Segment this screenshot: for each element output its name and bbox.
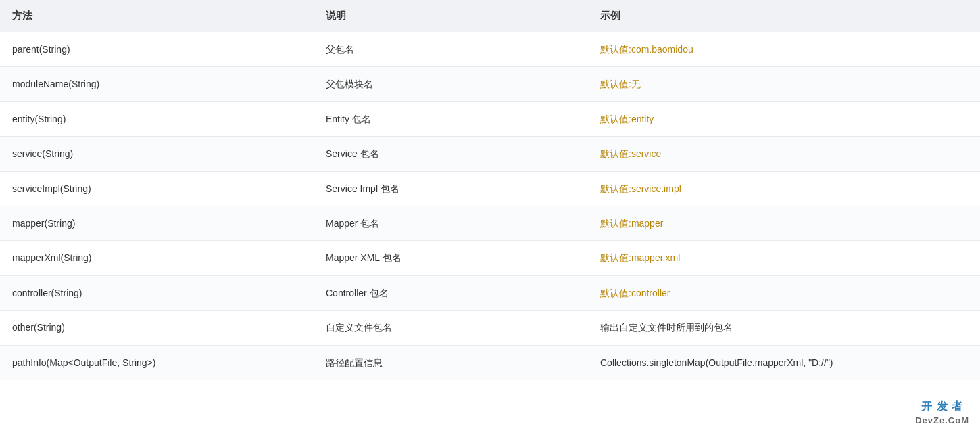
- cell-example: 默认值:service.impl: [588, 171, 980, 206]
- cell-example: 默认值:com.baomidou: [588, 32, 980, 67]
- cell-method: parent(String): [0, 32, 314, 67]
- cell-example: 默认值:entity: [588, 101, 980, 136]
- table-header-row: 方法 说明 示例: [0, 0, 980, 32]
- table-row: serviceImpl(String)Service Impl 包名默认值:se…: [0, 171, 980, 206]
- column-header-method: 方法: [0, 0, 314, 32]
- cell-example: 默认值:无: [588, 67, 980, 101]
- table-row: other(String)自定义文件包名输出自定义文件时所用到的包名: [0, 311, 980, 345]
- table-row: service(String)Service 包名默认值:service: [0, 137, 980, 171]
- cell-method: mapper(String): [0, 206, 314, 240]
- table-row: moduleName(String)父包模块名默认值:无: [0, 67, 980, 101]
- cell-desc: 父包模块名: [314, 67, 588, 101]
- watermark-line2: DevZe.CoM: [915, 415, 969, 427]
- cell-example: Collections.singletonMap(OutputFile.mapp…: [588, 345, 980, 380]
- watermark-line1: 开 发 者: [915, 399, 969, 414]
- cell-desc: Controller 包名: [314, 275, 588, 310]
- cell-example: 默认值:controller: [588, 275, 980, 310]
- cell-desc: Mapper XML 包名: [314, 241, 588, 275]
- cell-example: 默认值:mapper.xml: [588, 241, 980, 275]
- cell-method: other(String): [0, 311, 314, 345]
- cell-method: pathInfo(Map<OutputFile, String>): [0, 345, 314, 380]
- table-row: mapperXml(String)Mapper XML 包名默认值:mapper…: [0, 241, 980, 275]
- cell-method: controller(String): [0, 275, 314, 310]
- table-row: mapper(String)Mapper 包名默认值:mapper: [0, 206, 980, 240]
- table-container: 方法 说明 示例 parent(String)父包名默认值:com.baomid…: [0, 0, 980, 435]
- cell-example: 输出自定义文件时所用到的包名: [588, 311, 980, 345]
- cell-example: 默认值:mapper: [588, 206, 980, 240]
- cell-desc: Service 包名: [314, 137, 588, 171]
- cell-method: service(String): [0, 137, 314, 171]
- cell-method: entity(String): [0, 101, 314, 136]
- table-row: controller(String)Controller 包名默认值:contr…: [0, 275, 980, 310]
- data-table: 方法 说明 示例 parent(String)父包名默认值:com.baomid…: [0, 0, 980, 380]
- table-row: entity(String)Entity 包名默认值:entity: [0, 101, 980, 136]
- column-header-desc: 说明: [314, 0, 588, 32]
- cell-desc: Mapper 包名: [314, 206, 588, 240]
- cell-method: moduleName(String): [0, 67, 314, 101]
- cell-desc: 父包名: [314, 32, 588, 67]
- cell-desc: 路径配置信息: [314, 345, 588, 380]
- table-row: pathInfo(Map<OutputFile, String>)路径配置信息C…: [0, 345, 980, 380]
- cell-desc: Service Impl 包名: [314, 171, 588, 206]
- table-row: parent(String)父包名默认值:com.baomidou: [0, 32, 980, 67]
- cell-desc: Entity 包名: [314, 101, 588, 136]
- cell-method: mapperXml(String): [0, 241, 314, 275]
- cell-example: 默认值:service: [588, 137, 980, 171]
- cell-desc: 自定义文件包名: [314, 311, 588, 345]
- column-header-example: 示例: [588, 0, 980, 32]
- cell-method: serviceImpl(String): [0, 171, 314, 206]
- watermark: 开 发 者 DevZe.CoM: [915, 399, 969, 427]
